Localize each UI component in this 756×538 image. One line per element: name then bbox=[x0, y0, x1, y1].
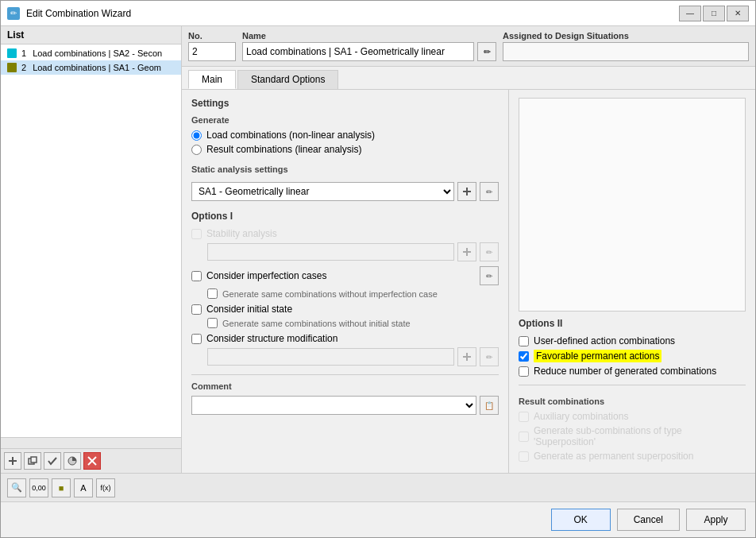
tab-main[interactable]: Main bbox=[188, 70, 236, 89]
text-button[interactable]: A bbox=[74, 478, 93, 497]
static-analysis-select[interactable]: SA1 - Geometrically linear bbox=[191, 182, 454, 201]
list-item-selected[interactable]: 2 Load combinations | SA1 - Geom bbox=[1, 60, 181, 75]
radio-result-combinations[interactable]: Result combinations (linear analysis) bbox=[191, 144, 499, 155]
assigned-input[interactable] bbox=[503, 42, 749, 61]
list-item-label: 1 bbox=[21, 48, 26, 58]
cancel-button[interactable]: Cancel bbox=[617, 509, 680, 531]
bottom-toolbar: 🔍 0,00 ■ A f(x) bbox=[1, 473, 755, 501]
radio-result-input[interactable] bbox=[191, 145, 202, 155]
static-analysis-label: Static analysis settings bbox=[191, 164, 499, 174]
favorable-row: Favorable permanent actions bbox=[519, 350, 746, 362]
list-scrollbar[interactable] bbox=[1, 437, 181, 448]
tabs-row: Main Standard Options bbox=[182, 67, 755, 90]
partial-check-icon bbox=[68, 456, 77, 466]
auxiliary-row: Auxiliary combinations bbox=[519, 411, 746, 422]
comment-edit-btn[interactable]: 📋 bbox=[480, 396, 499, 415]
initial-state-label: Consider initial state bbox=[206, 304, 292, 315]
add-button[interactable] bbox=[4, 452, 21, 470]
name-field-group: Name ✏ bbox=[242, 31, 496, 61]
imperfection-sub-label: Generate same combinations without imper… bbox=[222, 289, 438, 299]
assigned-group: Assigned to Design Situations bbox=[503, 31, 749, 61]
stability-checkbox[interactable] bbox=[191, 229, 202, 239]
delete-button[interactable] bbox=[83, 452, 101, 470]
imperfection-label: Consider imperfection cases bbox=[206, 270, 326, 281]
structure-edit-btn[interactable]: ✏ bbox=[480, 347, 499, 366]
auxiliary-checkbox[interactable] bbox=[519, 412, 529, 422]
duplicate-icon bbox=[28, 456, 37, 466]
structure-mod-checkbox[interactable] bbox=[191, 334, 202, 344]
result-combinations-title: Result combinations bbox=[519, 397, 746, 406]
imperfection-edit-btn[interactable]: ✏ bbox=[480, 266, 499, 285]
dialog-window: ✏ Edit Combination Wizard — □ ✕ List 1 L… bbox=[0, 0, 756, 538]
minimize-button[interactable]: — bbox=[679, 6, 701, 21]
tab-standard-options[interactable]: Standard Options bbox=[237, 70, 338, 89]
apply-button[interactable]: Apply bbox=[686, 509, 746, 531]
reduce-checkbox[interactable] bbox=[519, 366, 529, 377]
list-item-text: Load combinations | SA1 - Geom bbox=[33, 63, 161, 72]
user-defined-checkbox[interactable] bbox=[519, 336, 529, 346]
ok-button[interactable]: OK bbox=[551, 509, 611, 531]
maximize-button[interactable]: □ bbox=[703, 6, 725, 21]
static-analysis-row: Static analysis settings SA1 - Geometric… bbox=[191, 164, 499, 201]
color-icon: ■ bbox=[59, 483, 64, 493]
value-button[interactable]: 0,00 bbox=[29, 478, 48, 497]
top-row: No. Name ✏ Assigned to Design Si bbox=[182, 26, 755, 67]
check-all-button[interactable] bbox=[44, 452, 61, 470]
svg-rect-8 bbox=[463, 191, 471, 192]
sub-combinations-label: Generate sub-combinations of type 'Super… bbox=[534, 425, 746, 447]
search-icon: 🔍 bbox=[11, 482, 22, 493]
name-label: Name bbox=[242, 31, 496, 41]
permanent-superposition-row: Generate as permanent superposition bbox=[519, 451, 746, 462]
stability-edit-icon: ✏ bbox=[486, 248, 492, 257]
duplicate-button[interactable] bbox=[24, 452, 41, 470]
permanent-superposition-checkbox[interactable] bbox=[519, 451, 529, 462]
sa-add-button[interactable] bbox=[457, 182, 476, 201]
name-edit-button[interactable]: ✏ bbox=[477, 42, 496, 61]
list-item-label: 2 bbox=[21, 63, 26, 72]
check-all-icon bbox=[48, 456, 57, 466]
add-icon bbox=[8, 456, 17, 466]
color-button[interactable]: ■ bbox=[52, 478, 71, 497]
imperfection-edit-icon: ✏ bbox=[486, 272, 492, 281]
favorable-checkbox[interactable] bbox=[519, 351, 529, 362]
dialog-icon: ✏ bbox=[7, 7, 20, 20]
list-item[interactable]: 1 Load combinations | SA2 - Secon bbox=[1, 46, 181, 60]
partial-check-button[interactable] bbox=[64, 452, 81, 470]
stability-add-btn[interactable] bbox=[457, 242, 476, 261]
close-button[interactable]: ✕ bbox=[727, 6, 749, 21]
sa-add-icon bbox=[462, 187, 472, 196]
function-button[interactable]: f(x) bbox=[96, 478, 115, 497]
stability-sub-row: ✏ bbox=[207, 242, 499, 261]
top-section: List 1 Load combinations | SA2 - Secon 2… bbox=[1, 26, 755, 473]
svg-rect-12 bbox=[463, 356, 471, 358]
no-input[interactable] bbox=[188, 42, 236, 61]
imperfection-row: Consider imperfection cases ✏ bbox=[191, 266, 499, 285]
imperfection-sub-checkbox[interactable] bbox=[207, 288, 218, 299]
settings-title: Settings bbox=[191, 98, 499, 109]
structure-mod-input-row: ✏ bbox=[207, 347, 499, 366]
name-row: ✏ bbox=[242, 42, 496, 61]
reduce-row: Reduce number of generated combinations bbox=[519, 366, 746, 377]
radio-load-input[interactable] bbox=[191, 130, 202, 141]
title-bar: ✏ Edit Combination Wizard — □ ✕ bbox=[1, 1, 755, 26]
structure-edit-icon: ✏ bbox=[486, 353, 492, 362]
favorable-label: Favorable permanent actions bbox=[534, 350, 662, 362]
value-icon: 0,00 bbox=[32, 484, 46, 492]
stability-add-icon bbox=[463, 248, 471, 256]
initial-state-checkbox[interactable] bbox=[191, 304, 202, 315]
comment-select[interactable] bbox=[191, 396, 476, 415]
initial-state-sub-checkbox[interactable] bbox=[207, 318, 218, 328]
svg-rect-3 bbox=[31, 457, 37, 463]
imperfection-checkbox[interactable] bbox=[191, 271, 202, 281]
name-input[interactable] bbox=[242, 42, 474, 61]
sa-edit-button[interactable]: ✏ bbox=[480, 182, 499, 201]
stability-edit-btn[interactable]: ✏ bbox=[480, 242, 499, 261]
structure-add-btn[interactable] bbox=[457, 347, 476, 366]
sub-combinations-checkbox[interactable] bbox=[519, 432, 529, 442]
search-button[interactable]: 🔍 bbox=[7, 478, 26, 497]
options-area: Settings Generate Load combinations (non… bbox=[182, 90, 755, 473]
structure-add-icon bbox=[463, 353, 471, 361]
radio-load-combinations[interactable]: Load combinations (non-linear analysis) bbox=[191, 130, 499, 141]
list-panel: List 1 Load combinations | SA2 - Secon 2… bbox=[1, 26, 182, 473]
list-icon-cyan bbox=[7, 48, 17, 58]
